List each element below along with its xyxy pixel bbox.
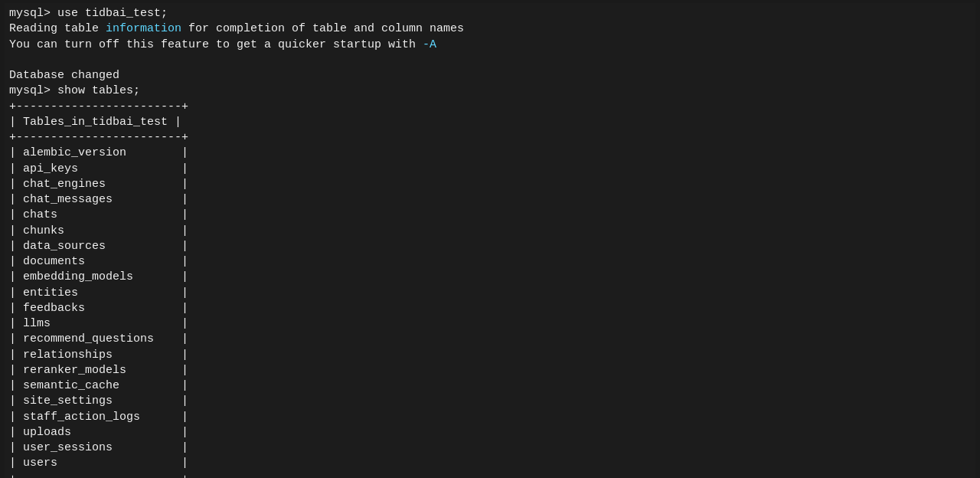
info-line-1: Reading table information for completion… xyxy=(9,21,971,37)
table-row: | alembic_version | xyxy=(9,146,971,161)
table-row-chats: | chats | xyxy=(9,208,971,223)
table-row: | chunks | xyxy=(9,224,971,239)
table-row: | site_settings | xyxy=(9,394,971,409)
table-row: | llms | xyxy=(9,316,971,332)
table-divider-top: +------------------------+ xyxy=(9,100,971,115)
table-row: | chat_messages | xyxy=(9,192,971,208)
table-row: | semantic_cache | xyxy=(9,378,971,394)
table-row: | entities | xyxy=(9,286,971,301)
table-row: | chat_engines | xyxy=(9,177,971,192)
table-row: | uploads | xyxy=(9,425,971,440)
table-row-users: | users | xyxy=(9,456,971,471)
table-divider-bottom: +------------------------+ xyxy=(9,472,971,479)
table-row: | user_sessions | xyxy=(9,440,971,456)
table-row: | recommend_questions | xyxy=(9,332,971,347)
table-header: | Tables_in_tidbai_test | xyxy=(9,115,971,130)
table-divider-header-bottom: +------------------------+ xyxy=(9,130,971,146)
table-row: | staff_action_logs | xyxy=(9,410,971,425)
info-line-2: You can turn off this feature to get a q… xyxy=(9,38,971,53)
blank-line-1 xyxy=(9,53,971,68)
table-row: | data_sources | xyxy=(9,239,971,254)
table-row: | reranker_models | xyxy=(9,363,971,378)
table-row: | feedbacks | xyxy=(9,301,971,316)
command-line-1: mysql> use tidbai_test; xyxy=(9,6,971,21)
table-row: | embedding_models | xyxy=(9,270,971,285)
table-row: | relationships | xyxy=(9,348,971,363)
terminal-window[interactable]: mysql> use tidbai_test; Reading table in… xyxy=(5,3,975,478)
table-row: | api_keys | xyxy=(9,162,971,177)
db-changed-line: Database changed xyxy=(9,68,971,83)
command-line-2: mysql> show tables; xyxy=(9,83,971,99)
table-row: | documents | xyxy=(9,254,971,270)
